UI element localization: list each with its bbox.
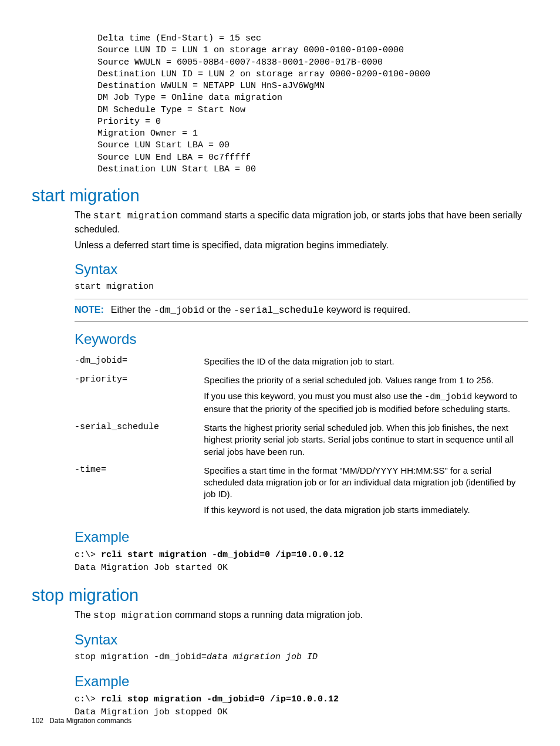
heading-example: Example (75, 529, 528, 545)
heading-stop-migration: stop migration (32, 586, 528, 605)
prompt: c:\> (75, 550, 101, 560)
text: Either the (111, 305, 154, 315)
syntax-line: stop migration -dm_jobid=data migration … (75, 652, 528, 663)
note-label: NOTE: (75, 305, 104, 315)
inline-code: stop migration (93, 610, 172, 621)
para-start-desc2: Unless a deferred start time is specifie… (75, 239, 528, 252)
keyword-desc: Specifies a start time in the format "MM… (204, 461, 528, 519)
text: The (75, 610, 93, 620)
syntax-line: start migration (75, 281, 528, 293)
example-command: c:\> rcli start migration -dm_jobid=0 /i… (75, 549, 528, 562)
text: If this keyword is not used, the data mi… (204, 504, 524, 516)
page-number: 102 (32, 717, 43, 725)
note-box: NOTE:Either the -dm_jobid or the -serial… (75, 299, 528, 322)
page-footer: 102 Data Migration commands (32, 717, 131, 725)
command-text: rcli stop migration -dm_jobid=0 /ip=10.0… (101, 694, 339, 704)
heading-keywords: Keywords (75, 331, 528, 347)
text: The (75, 210, 93, 220)
keyword-name: -priority= (75, 371, 204, 418)
keyword-name: -serial_schedule (75, 418, 204, 461)
text: Specifies the priority of a serial sched… (204, 375, 493, 385)
inline-code: -dm_jobid (154, 305, 204, 316)
keyword-name: -dm_jobid= (75, 352, 204, 371)
code-output-block: Delta time (End-Start) = 15 sec Source L… (97, 33, 528, 175)
table-row: -time= Specifies a start time in the for… (75, 461, 528, 519)
example-command: c:\> rcli stop migration -dm_jobid=0 /ip… (75, 693, 528, 707)
heading-syntax: Syntax (75, 261, 528, 278)
text: Specifies a start time in the format "MM… (204, 465, 515, 499)
prompt: c:\> (75, 694, 101, 704)
heading-syntax: Syntax (75, 632, 528, 648)
heading-example: Example (75, 673, 528, 690)
table-row: -dm_jobid= Specifies the ID of the data … (75, 352, 528, 371)
text: keyword is required. (324, 305, 411, 315)
keywords-table: -dm_jobid= Specifies the ID of the data … (75, 352, 528, 519)
footer-label: Data Migration commands (49, 717, 131, 725)
text: or the (204, 305, 234, 315)
example-output: Data Migration job stopped OK (75, 706, 528, 720)
para-stop-desc: The stop migration command stops a runni… (75, 609, 528, 623)
command-text: rcli start migration -dm_jobid=0 /ip=10.… (101, 550, 344, 560)
inline-code: -serial_schedule (234, 305, 324, 316)
keyword-desc: Specifies the priority of a serial sched… (204, 371, 528, 418)
text: command stops a running data migration j… (172, 610, 363, 620)
keyword-name: -time= (75, 461, 204, 519)
text: If you use this keyword, you must you mu… (204, 390, 524, 416)
table-row: -priority= Specifies the priority of a s… (75, 371, 528, 418)
syntax-arg: data migration job ID (207, 652, 318, 662)
keyword-desc: Starts the highest priority serial sched… (204, 418, 528, 461)
para-start-desc1: The start migration command starts a spe… (75, 209, 528, 235)
keyword-desc: Specifies the ID of the data migration j… (204, 352, 528, 371)
inline-code: start migration (93, 211, 178, 221)
example-output: Data Migration Job started OK (75, 562, 528, 575)
text: stop migration -dm_jobid= (75, 652, 207, 662)
heading-start-migration: start migration (32, 186, 528, 205)
table-row: -serial_schedule Starts the highest prio… (75, 418, 528, 461)
